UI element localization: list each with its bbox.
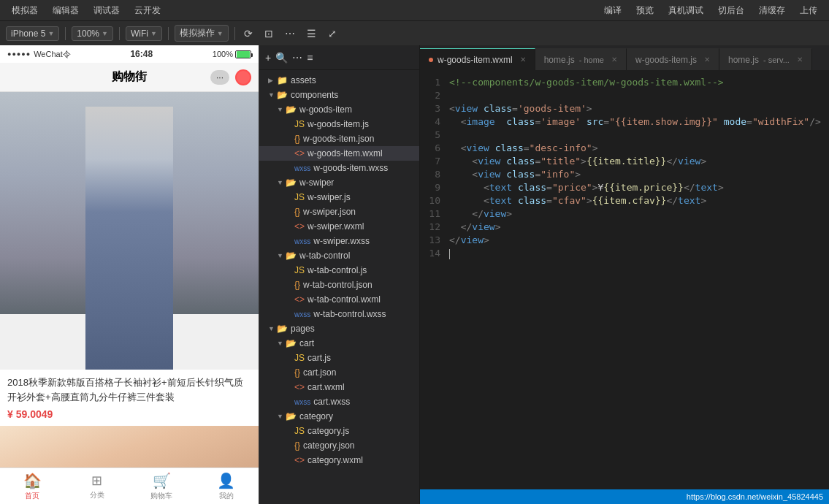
tree-item-cart-js[interactable]: ▶ JS cart.js — [259, 351, 419, 365]
line-num-9: 9 — [420, 181, 449, 194]
layout-icon[interactable]: ☰ — [304, 26, 319, 41]
tab-close-wgoodsjs[interactable]: ✕ — [704, 56, 710, 64]
code-line-13: 13 </view> — [420, 234, 829, 247]
tree-item-w-swiper-json[interactable]: ▶ {} w-swiper.json — [259, 205, 419, 219]
fullscreen-icon[interactable]: ⊡ — [261, 26, 276, 41]
tree-item-cart-wxss[interactable]: ▶ wxss cart.wxss — [259, 394, 419, 409]
tree-label-category-wxml: category.wxml — [307, 455, 363, 465]
tree-label-tab-wxss: w-tab-control.wxss — [313, 309, 386, 319]
tree-item-w-swiper-folder[interactable]: ▼ 📂 w-swiper — [259, 175, 419, 190]
tree-label-cart-js: cart.js — [307, 353, 331, 363]
tab-cart-label: 购物车 — [150, 491, 172, 501]
tab-cart[interactable]: 🛒 购物车 — [129, 472, 194, 501]
wxml-icon-tab: <> — [294, 294, 305, 305]
tab-category-label: 分类 — [90, 490, 104, 500]
tab-close-homeserv[interactable]: ✕ — [797, 56, 803, 64]
device-selector[interactable]: iPhone 5 ▼ — [6, 26, 59, 41]
folder-icon-w-swiper: 📂 — [286, 177, 297, 188]
more-icon[interactable]: ⋯ — [282, 26, 298, 41]
more-tree-icon[interactable]: ⋯ — [292, 52, 302, 64]
code-line-12: 12 </view> — [420, 221, 829, 234]
device-name: iPhone 5 — [11, 28, 45, 39]
tab-wgoodsjs-label: w-goods-item.js — [635, 55, 697, 65]
tab-home-js[interactable]: home.js - home ✕ — [535, 48, 627, 70]
wxml-icon-cart: <> — [294, 382, 305, 392]
tab-home-js-serv[interactable]: home.js - serv... ✕ — [719, 48, 812, 70]
tree-item-w-swiper-wxml[interactable]: ▶ <> w-swiper.wxml — [259, 219, 419, 234]
tree-item-w-tab-wxss[interactable]: ▶ wxss w-tab-control.wxss — [259, 307, 419, 321]
product-item-1[interactable]: 2018秋季新款韩版百搭格子长袖衬衫+前短后长针织气质开衫外套+高腰直筒九分牛仔… — [0, 92, 259, 426]
tab-category[interactable]: ⊞ 分类 — [65, 473, 130, 500]
battery-icon — [235, 50, 251, 58]
tree-item-w-tab-json[interactable]: ▶ {} w-tab-control.json — [259, 278, 419, 292]
tree-item-category-json[interactable]: ▶ {} category.json — [259, 438, 419, 453]
toolbar-background[interactable]: 切后台 — [712, 3, 750, 18]
tab-home[interactable]: 🏠 首页 — [0, 472, 65, 501]
tree-item-cart-folder[interactable]: ▼ 📂 cart — [259, 336, 419, 351]
tree-item-w-tab-js[interactable]: ▶ JS w-tab-control.js — [259, 263, 419, 278]
tree-item-w-swiper-wxss[interactable]: ▶ wxss w-swiper.wxss — [259, 234, 419, 248]
toolbar-preview[interactable]: 预览 — [630, 3, 660, 18]
tree-label-tab-js: w-tab-control.js — [307, 265, 367, 275]
product-item-2[interactable] — [0, 426, 259, 467]
search-tree-icon[interactable]: 🔍 — [275, 52, 288, 64]
tree-label-w-goods-json: w-goods-item.json — [303, 134, 374, 144]
network-value: WiFi — [131, 28, 148, 39]
json-icon-category: {} — [294, 440, 300, 451]
collapse-tree-icon[interactable]: ≡ — [307, 52, 313, 64]
toolbar-separator-4 — [234, 27, 235, 40]
tree-item-w-swiper-js[interactable]: ▶ JS w-swiper.js — [259, 190, 419, 205]
tab-profile[interactable]: 👤 我的 — [194, 472, 259, 501]
tree-item-assets[interactable]: ▶ 📁 assets — [259, 73, 419, 88]
toolbar-editor[interactable]: 编辑器 — [47, 3, 85, 18]
wechat-record-btn[interactable] — [235, 69, 251, 85]
mode-selector[interactable]: 模拟操作 ▼ — [175, 25, 229, 42]
toolbar-debugger[interactable]: 调试器 — [88, 3, 126, 18]
tab-home-icon: 🏠 — [23, 472, 42, 489]
product-feed[interactable]: 2018秋季新款韩版百搭格子长袖衬衫+前短后长针织气质开衫外套+高腰直筒九分牛仔… — [0, 92, 259, 467]
toolbar-clear-cache[interactable]: 清缓存 — [753, 3, 791, 18]
line-num-5: 5 — [420, 129, 449, 142]
line-num-12: 12 — [420, 221, 449, 234]
product-price-1: ¥ 59.0049 — [0, 407, 259, 426]
wxml-icon-swiper: <> — [294, 221, 305, 232]
network-selector[interactable]: WiFi ▼ — [126, 26, 162, 41]
line-content-5 — [449, 129, 829, 142]
tree-item-cart-wxml[interactable]: ▶ <> cart.wxml — [259, 380, 419, 394]
toolbar-simulator[interactable]: 模拟器 — [6, 3, 44, 18]
new-file-icon[interactable]: + — [265, 52, 271, 64]
tree-item-w-goods-item-folder[interactable]: ▼ 📂 w-goods-item — [259, 102, 419, 117]
tree-item-w-goods-js[interactable]: ▶ JS w-goods-item.js — [259, 117, 419, 131]
toolbar-real-debug[interactable]: 真机调试 — [662, 3, 709, 18]
tree-label-assets: assets — [291, 75, 316, 85]
tree-item-category-folder[interactable]: ▼ 📂 category — [259, 409, 419, 424]
tab-w-goods-item-wxml[interactable]: w-goods-item.wxml ✕ — [420, 48, 535, 70]
wechat-dots-btn[interactable]: ··· — [210, 70, 229, 85]
top-toolbar: 模拟器 编辑器 调试器 云开发 编译 预览 真机调试 切后台 清缓存 上传 — [0, 0, 829, 20]
toolbar-upload[interactable]: 上传 — [794, 3, 823, 18]
zoom-selector[interactable]: 100% ▼ — [72, 26, 113, 41]
expand-icon[interactable]: ⤢ — [325, 26, 340, 41]
tree-item-pages[interactable]: ▼ 📂 pages — [259, 321, 419, 336]
tab-close-wxml[interactable]: ✕ — [520, 56, 526, 64]
tree-item-w-goods-wxss[interactable]: ▶ wxss w-goods-item.wxss — [259, 161, 419, 175]
tree-item-category-js[interactable]: ▶ JS category.js — [259, 424, 419, 438]
tree-item-components[interactable]: ▼ 📂 components — [259, 88, 419, 102]
tree-item-w-goods-json[interactable]: ▶ {} w-goods-item.json — [259, 131, 419, 146]
tree-item-category-wxml[interactable]: ▶ <> category.wxml — [259, 453, 419, 467]
toolbar-cloud[interactable]: 云开发 — [129, 3, 167, 18]
tree-item-cart-json[interactable]: ▶ {} cart.json — [259, 365, 419, 380]
toolbar-compile[interactable]: 编译 — [598, 3, 627, 18]
tab-homejs-label: home.js — [544, 55, 575, 65]
tree-label-tab-wxml: w-tab-control.wxml — [307, 294, 381, 305]
tree-item-w-tab-folder[interactable]: ▼ 📂 w-tab-control — [259, 248, 419, 263]
rotate-icon[interactable]: ⟳ — [241, 26, 256, 41]
tab-close-homejs[interactable]: ✕ — [611, 56, 617, 64]
tab-w-goods-item-js[interactable]: w-goods-item.js ✕ — [627, 48, 719, 70]
tree-item-w-tab-wxml[interactable]: ▶ <> w-tab-control.wxml — [259, 292, 419, 307]
line-content-10: <text class="cfav">{{item.cfav}}</text> — [449, 194, 829, 207]
line-content-7: <view class="title">{{item.title}}</view… — [449, 155, 829, 168]
code-content[interactable]: 1 <!--components/w-goods-item/w-goods-it… — [420, 70, 829, 489]
code-line-5: 5 — [420, 129, 829, 142]
tree-item-w-goods-wxml[interactable]: ▶ <> w-goods-item.wxml — [259, 146, 419, 161]
